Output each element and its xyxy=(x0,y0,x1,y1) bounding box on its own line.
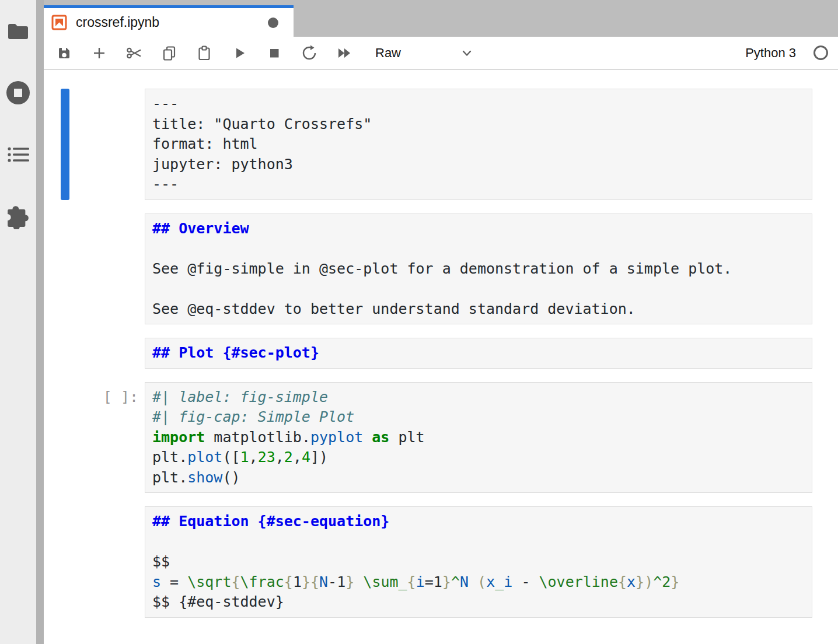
token: ## Overview xyxy=(152,220,249,237)
clipboard-icon xyxy=(196,45,212,61)
table-of-contents-icon xyxy=(8,146,29,163)
token: format: html xyxy=(152,135,258,152)
token: 4 xyxy=(302,449,310,466)
token: - xyxy=(512,573,539,590)
code-line: format: html xyxy=(152,134,805,155)
copy-cells-button[interactable] xyxy=(162,46,177,61)
code-line: See @fig-simple in @sec-plot for a demon… xyxy=(152,259,805,279)
cut-cells-button[interactable] xyxy=(127,46,142,61)
puzzle-icon xyxy=(5,204,31,229)
code-line: plt.show() xyxy=(152,468,805,488)
token: , xyxy=(249,449,258,466)
paste-cells-button[interactable] xyxy=(197,46,212,61)
cell-editor[interactable]: #| label: fig-simple#| fig-cap: Simple P… xyxy=(145,382,812,494)
token: ]) xyxy=(310,449,328,466)
code-line: ## Overview xyxy=(152,219,805,239)
token: i xyxy=(416,573,425,590)
token: ([ xyxy=(222,449,240,466)
token: #| label: fig-simple xyxy=(152,388,328,405)
token: plt xyxy=(389,429,424,446)
chevron-down-icon xyxy=(459,46,474,60)
interrupt-kernel-button[interactable] xyxy=(267,46,282,61)
token: plt. xyxy=(152,449,187,466)
code-line: $$ {#eq-stddev} xyxy=(152,592,805,612)
token: s xyxy=(152,573,161,590)
token: =1 xyxy=(425,573,442,590)
tab-title: crossref.ipynb xyxy=(76,15,268,30)
run-cell-button[interactable] xyxy=(232,46,247,61)
token: 1 xyxy=(240,449,249,466)
unsaved-changes-indicator[interactable] xyxy=(268,18,278,28)
notebook-cells: ---title: "Quarto Crossrefs"format: html… xyxy=(44,89,838,618)
markdown-cell[interactable]: ## Plot {#sec-plot} xyxy=(44,338,838,369)
token: _ xyxy=(495,573,504,590)
code-line: See @eq-stddev to better understand stan… xyxy=(152,299,805,320)
cell-editor[interactable]: ---title: "Quarto Crossrefs"format: html… xyxy=(145,89,812,200)
token: } xyxy=(345,573,354,590)
code-line: s = \sqrt{\frac{1}{N-1} \sum_{i=1}^N (x_… xyxy=(152,572,805,593)
token: }{ xyxy=(302,573,319,590)
token: N xyxy=(460,573,469,590)
token: ^2 xyxy=(653,573,671,590)
token: { xyxy=(407,573,416,590)
cell-gutter: [ ]: xyxy=(44,382,145,494)
sidebar-item-file-browser[interactable] xyxy=(5,18,32,44)
token: --- xyxy=(152,176,179,192)
sidebar-item-running-kernels[interactable] xyxy=(5,79,32,106)
markdown-cell[interactable]: ## Equation {#sec-equation}$$s = \sqrt{\… xyxy=(44,506,838,618)
cell-gutter xyxy=(44,89,145,200)
tab-crossref-notebook[interactable]: crossref.ipynb xyxy=(44,5,294,37)
sidebar-border xyxy=(36,0,44,644)
token xyxy=(363,429,372,446)
restart-kernel-button[interactable] xyxy=(302,46,317,61)
stop-icon xyxy=(266,45,282,61)
token: 23 xyxy=(258,449,275,466)
raw-cell[interactable]: ---title: "Quarto Crossrefs"format: html… xyxy=(44,89,838,200)
kernel-status-icon[interactable] xyxy=(813,46,828,60)
token: $$ {#eq-stddev} xyxy=(152,593,284,610)
save-button[interactable] xyxy=(57,46,72,61)
cell-gutter xyxy=(44,506,145,618)
token: \overline xyxy=(539,573,618,590)
token: matplotlib. xyxy=(205,429,310,446)
code-line: #| label: fig-simple xyxy=(152,387,805,408)
cell-type-dropdown[interactable]: Raw xyxy=(375,46,474,61)
token: ## Plot {#sec-plot} xyxy=(152,344,319,361)
token: N xyxy=(319,573,328,590)
token: ^ xyxy=(451,573,460,590)
code-cell[interactable]: [ ]:#| label: fig-simple#| fig-cap: Simp… xyxy=(44,382,838,494)
token: plt. xyxy=(152,469,187,486)
token: }) xyxy=(636,573,653,590)
active-cell-indicator[interactable] xyxy=(61,89,69,200)
code-line: #| fig-cap: Simple Plot xyxy=(152,407,805,428)
kernel-name[interactable]: Python 3 xyxy=(745,46,796,61)
token: as xyxy=(372,429,389,446)
run-all-cells-button[interactable] xyxy=(337,46,352,61)
cell-gutter xyxy=(44,338,145,369)
token: x xyxy=(627,573,636,590)
code-line: import matplotlib.pyplot as plt xyxy=(152,428,805,448)
code-line xyxy=(152,532,805,552)
plus-icon xyxy=(91,45,107,61)
main-area: crossref.ipynb xyxy=(44,0,838,644)
fast-forward-icon xyxy=(336,45,353,61)
token: #| fig-cap: Simple Plot xyxy=(152,408,354,425)
cell-editor[interactable]: ## Plot {#sec-plot} xyxy=(145,338,812,369)
cell-type-value: Raw xyxy=(375,46,401,61)
play-icon xyxy=(231,45,247,61)
save-icon xyxy=(56,45,72,61)
markdown-cell[interactable]: ## OverviewSee @fig-simple in @sec-plot … xyxy=(44,214,838,325)
token: ( xyxy=(477,573,486,590)
cell-editor[interactable]: ## OverviewSee @fig-simple in @sec-plot … xyxy=(145,214,812,325)
cell-gutter xyxy=(44,214,145,325)
cell-editor[interactable]: ## Equation {#sec-equation}$$s = \sqrt{\… xyxy=(145,506,812,618)
token: $$ xyxy=(152,553,170,570)
notebook-panel[interactable]: ---title: "Quarto Crossrefs"format: html… xyxy=(44,70,838,644)
token: show xyxy=(187,469,222,486)
insert-cell-button[interactable] xyxy=(92,46,107,61)
sidebar-item-table-of-contents[interactable] xyxy=(5,141,32,168)
token: } xyxy=(442,573,451,590)
token: --- xyxy=(152,95,179,112)
token: pyplot xyxy=(310,429,363,446)
sidebar-item-extensions[interactable] xyxy=(5,203,32,230)
